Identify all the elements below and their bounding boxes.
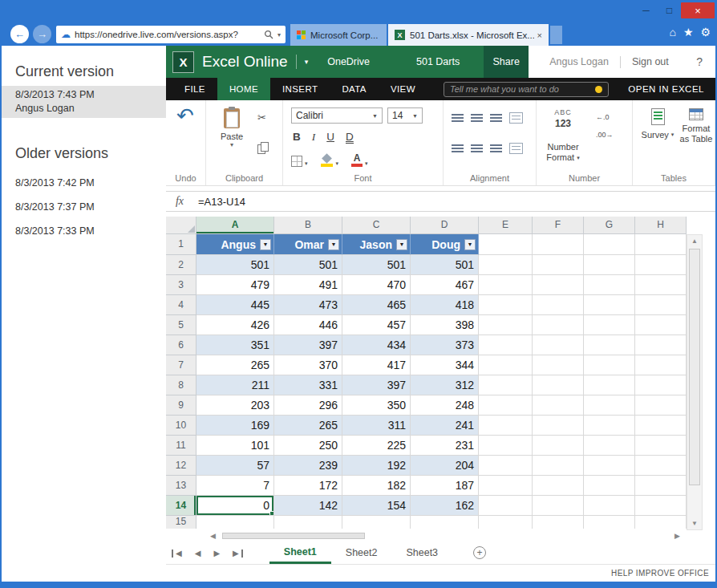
- help-improve-office-link[interactable]: HELP IMPROVE OFFICE: [611, 569, 709, 578]
- cell-A11[interactable]: 101: [196, 436, 274, 456]
- cell-G5[interactable]: [584, 315, 635, 335]
- forward-button[interactable]: →: [33, 25, 51, 43]
- cell-C15[interactable]: [342, 516, 411, 529]
- version-item[interactable]: 8/3/2013 7:37 PM: [2, 195, 166, 219]
- column-header-D[interactable]: D: [411, 217, 479, 234]
- cell-F12[interactable]: [533, 456, 584, 476]
- header-cell-B1[interactable]: Omar▼: [274, 234, 342, 255]
- underline-button[interactable]: U: [326, 131, 334, 144]
- row-header-9[interactable]: 9: [166, 395, 196, 416]
- home-icon[interactable]: ⌂: [669, 26, 675, 39]
- cell-A6[interactable]: 351: [196, 335, 274, 355]
- cell-E7[interactable]: [479, 355, 533, 375]
- row-header-10[interactable]: 10: [166, 416, 196, 436]
- app-switcher-chevron-icon[interactable]: ▾: [305, 58, 309, 66]
- cell-G6[interactable]: [584, 335, 635, 355]
- cell-E11[interactable]: [479, 436, 533, 456]
- cell-A15[interactable]: [196, 516, 274, 529]
- cell-A9[interactable]: 203: [196, 395, 274, 416]
- cell-E4[interactable]: [479, 295, 533, 315]
- cell-H8[interactable]: [635, 375, 687, 395]
- cell-G10[interactable]: [584, 416, 635, 436]
- cell-D2[interactable]: 501: [411, 255, 479, 275]
- borders-button[interactable]: ▾: [291, 156, 308, 167]
- column-header-G[interactable]: G: [584, 217, 635, 234]
- onedrive-link[interactable]: OneDrive: [327, 56, 370, 67]
- cell-C13[interactable]: 182: [342, 476, 411, 496]
- browser-tab-excel[interactable]: X 501 Darts.xlsx - Microsoft Ex... ×: [388, 24, 549, 46]
- cell-D12[interactable]: 204: [411, 456, 479, 476]
- cell-C9[interactable]: 350: [342, 395, 411, 416]
- cell-D3[interactable]: 467: [411, 275, 479, 295]
- row-header-2[interactable]: 2: [166, 255, 196, 275]
- cell-D13[interactable]: 187: [411, 476, 479, 496]
- sheet-tab-sheet2[interactable]: Sheet2: [331, 541, 392, 564]
- survey-button[interactable]: Survey ▾: [639, 108, 676, 140]
- decrease-decimal-button[interactable]: .00→: [596, 131, 614, 139]
- cell-B10[interactable]: 265: [274, 416, 342, 436]
- cell-A5[interactable]: 426: [196, 315, 274, 335]
- cell-D10[interactable]: 241: [411, 416, 479, 436]
- align-top-icon[interactable]: [452, 114, 464, 122]
- browser-tab-microsoft[interactable]: Microsoft Corp...: [290, 24, 387, 46]
- column-header-C[interactable]: C: [342, 217, 411, 234]
- new-tab-button[interactable]: [550, 26, 562, 44]
- favorites-icon[interactable]: ★: [683, 26, 694, 39]
- merge-center-icon[interactable]: [509, 143, 523, 154]
- cell-A7[interactable]: 265: [196, 355, 274, 375]
- document-name[interactable]: 501 Darts: [416, 56, 460, 67]
- ribbon-tab-insert[interactable]: INSERT: [270, 78, 330, 100]
- cell-F3[interactable]: [533, 275, 584, 295]
- cell-H11[interactable]: [635, 436, 687, 456]
- ribbon-tab-view[interactable]: VIEW: [379, 78, 427, 100]
- horizontal-scrollbar[interactable]: ◀ ▶: [166, 530, 715, 541]
- address-bar[interactable]: ☁ ▾: [56, 26, 286, 43]
- ribbon-tab-home[interactable]: HOME: [217, 78, 270, 100]
- cell-B15[interactable]: [274, 516, 342, 529]
- cell-F7[interactable]: [533, 355, 584, 375]
- cell-F2[interactable]: [533, 255, 584, 275]
- font-name-select[interactable]: Calibri ▼: [291, 107, 383, 124]
- open-in-excel-button[interactable]: OPEN IN EXCEL: [628, 84, 704, 94]
- cell-B8[interactable]: 331: [274, 375, 342, 395]
- cell-G11[interactable]: [584, 436, 635, 456]
- cell-H12[interactable]: [635, 456, 687, 476]
- cell-A8[interactable]: 211: [196, 375, 274, 395]
- cell-G3[interactable]: [584, 275, 635, 295]
- cell-H13[interactable]: [635, 476, 687, 496]
- search-icon[interactable]: [264, 30, 273, 39]
- row-header-14[interactable]: 14: [166, 496, 196, 516]
- align-middle-icon[interactable]: [471, 114, 483, 122]
- cell-B6[interactable]: 397: [274, 335, 342, 355]
- ribbon-tab-file[interactable]: FILE: [172, 78, 217, 100]
- select-all-corner[interactable]: [166, 217, 196, 234]
- cell-E6[interactable]: [479, 335, 533, 355]
- row-header-15[interactable]: 15: [166, 516, 196, 529]
- cell-G14[interactable]: [584, 496, 635, 516]
- cell-D15[interactable]: [411, 516, 479, 529]
- cell-A13[interactable]: 7: [196, 476, 274, 496]
- increase-decimal-button[interactable]: ←.0: [596, 113, 614, 121]
- row-header-6[interactable]: 6: [166, 335, 196, 355]
- row-header-3[interactable]: 3: [166, 275, 196, 295]
- cell-G12[interactable]: [584, 456, 635, 476]
- cell-H14[interactable]: [635, 496, 687, 516]
- cell-H1[interactable]: [635, 234, 687, 255]
- cell-D9[interactable]: 248: [411, 395, 479, 416]
- copy-button[interactable]: [257, 142, 269, 154]
- italic-button[interactable]: I: [312, 131, 316, 144]
- cell-E15[interactable]: [479, 516, 533, 529]
- cell-B11[interactable]: 250: [274, 436, 342, 456]
- header-cell-D1[interactable]: Doug▼: [411, 234, 479, 255]
- cell-D5[interactable]: 398: [411, 315, 479, 335]
- cell-D11[interactable]: 231: [411, 436, 479, 456]
- cell-F10[interactable]: [533, 416, 584, 436]
- header-cell-C1[interactable]: Jason▼: [342, 234, 411, 255]
- row-header-8[interactable]: 8: [166, 375, 196, 395]
- cell-C10[interactable]: 311: [342, 416, 411, 436]
- align-center-icon[interactable]: [471, 144, 483, 152]
- cell-B7[interactable]: 370: [274, 355, 342, 375]
- settings-icon[interactable]: ⚙: [700, 26, 711, 39]
- version-item[interactable]: 8/3/2013 7:33 PM: [2, 219, 166, 243]
- cell-C2[interactable]: 501: [342, 255, 411, 275]
